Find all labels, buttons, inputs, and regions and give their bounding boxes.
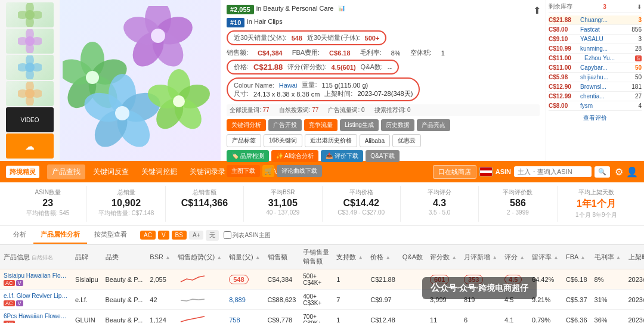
td-product-2[interactable]: e.l.f. Glow Reviver Lip Oil,... AC V [0, 290, 72, 310]
history-chart-btn[interactable]: 近出港历史价格 [305, 134, 357, 147]
trend-chart-2 [178, 293, 208, 305]
brand-analysis-btn[interactable]: 🏷️ 品牌检测 [227, 150, 269, 162]
thumbnail-1[interactable] [6, 2, 54, 27]
trend-chart-1 [178, 273, 208, 285]
competitor-row-9[interactable]: C$12.99 chentia... 27 [549, 92, 642, 101]
th-price[interactable]: 价格 ▲ [367, 245, 399, 269]
th-profit[interactable]: 毛利率 ▲ [591, 245, 625, 269]
product-tags-btn[interactable]: 产品标签 [227, 134, 261, 147]
td-product-3[interactable]: 6Pcs Hawaiian Flower Hair... AC [0, 310, 72, 324]
thumbnail-3[interactable] [6, 55, 54, 80]
youhui-btn[interactable]: 优惠云 [392, 134, 421, 147]
stat-bsr: 平均BSR 31,105 40 - 137,029 [244, 186, 322, 222]
th-brand[interactable]: 品牌 [72, 245, 102, 269]
th-product[interactable]: 产品信息 自然排名 [0, 245, 72, 269]
tab-product-attributes[interactable]: 产品属性分析 [33, 226, 87, 244]
history-data-btn[interactable]: 历史数据 [381, 119, 414, 131]
filter-ac[interactable]: AC [140, 231, 156, 240]
product-highlights-btn[interactable]: 产品亮点 [417, 119, 450, 131]
product-link-2[interactable]: e.l.f. Glow Reviver Lip Oil,... [4, 293, 68, 299]
thumbnail-video[interactable]: VIDEO [6, 107, 54, 132]
product-table: 产品信息 自然排名 品牌 品类 BSR ▲ 销售趋势(父) ▲ 销量(父) ▲ … [0, 245, 644, 323]
td-listing-date-3: 2023/12/24 [625, 310, 645, 324]
stat-avg-reviews: 平均评价数 586 2 - 3999 [479, 186, 557, 222]
listing-optimize-btn[interactable]: Listing生成 [340, 119, 379, 131]
td-product-1[interactable]: Sisiaipu Hawaiian Flower H... AC V [0, 269, 72, 290]
competitor-row-7[interactable]: C$5.98 shijiazhu... 50 [549, 73, 642, 82]
weight-label: 重量: [302, 80, 317, 89]
th-trend[interactable]: 销售趋势(父) ▲ [174, 245, 225, 269]
filter-none[interactable]: 无 [206, 230, 219, 241]
asin-search-btn[interactable]: 🔍 [595, 166, 610, 178]
thumbnail-5[interactable]: ☁ [6, 133, 54, 159]
competitor-row-3[interactable]: C$9.10 YASALU 3 [549, 35, 642, 44]
user-icon[interactable]: 👤 [626, 166, 638, 178]
168-keywords-btn[interactable]: 168关键词 [264, 134, 302, 147]
sidebar-count: 3 [603, 4, 606, 10]
th-qa[interactable]: Q&A数 [399, 245, 426, 269]
colour-highlight-box: Colour Name: Hawai 重量: 115 g(115.00 g) 尺… [227, 77, 420, 101]
review-download-btn[interactable]: 📥 评价下载 [321, 150, 363, 162]
product-tags-3: AC [4, 321, 68, 323]
th-variants[interactable]: 支持数 ▲ [333, 245, 367, 269]
ai-analysis-btn[interactable]: ✨ AI综合分析 [271, 150, 319, 162]
nav-item-keyword-analysis[interactable]: 关键词反查 [88, 164, 134, 179]
competitor-row-6[interactable]: C$11.00 Capybar... 50 [549, 63, 642, 73]
asin-checkbox-label[interactable]: 列表ASIN主图 [224, 231, 270, 240]
td-revenue-1: C$4,384 [264, 269, 300, 290]
competitor-row-10[interactable]: C$8.00 fysm 4 [549, 101, 642, 111]
more-reviews-btn[interactable]: 查看评价 [549, 113, 642, 122]
settings-icon[interactable]: ⚙ [615, 166, 623, 178]
td-revenue-2: C$88,623 [264, 290, 300, 310]
competitor-row-2[interactable]: C$8.00 Fastcat 856 [549, 25, 642, 35]
nav-item-keyword-mining[interactable]: 关键词挖掘 [137, 164, 182, 179]
thumbnail-2[interactable] [6, 29, 54, 54]
nav-item-product[interactable]: 产品查找 [47, 164, 85, 179]
tab-by-type[interactable]: 按类型查看 [87, 226, 134, 244]
competitor-row-1[interactable]: C$21.88 Chuangr... 3 [549, 15, 642, 25]
filter-aplus[interactable]: A+ [189, 231, 204, 240]
rating-value: 4.5(601) [332, 64, 356, 71]
th-category[interactable]: 品类 [102, 245, 147, 269]
th-revenue[interactable]: 销售额 [264, 245, 300, 269]
qa-download-btn[interactable]: Q&A下载 [366, 150, 400, 162]
flow-ad-label: 广告流量词: 0 [328, 106, 364, 114]
tab-analysis[interactable]: 分析 [6, 226, 33, 244]
th-rating[interactable]: 评分 ▲ [501, 245, 528, 269]
th-bsr[interactable]: BSR ▲ [146, 245, 174, 269]
td-brand-2: e.l.f. [72, 290, 102, 310]
nav-item-keyword-record[interactable]: 关键词录录 [185, 164, 230, 179]
main-product-image [60, 0, 221, 161]
th-child-sales[interactable]: 子销售量销售额 [299, 245, 333, 269]
td-listing-date-2: 2023/12/17 [625, 290, 645, 310]
th-reviews[interactable]: 评分数 ▲ [426, 245, 460, 269]
alibaba-btn[interactable]: Alibaba [360, 134, 390, 147]
sidebar-icon: ⬇ [637, 4, 642, 10]
competitor-row-8[interactable]: C$12.90 Brownsl... 181 [549, 82, 642, 92]
cart-icon[interactable]: 🛒 [262, 165, 274, 177]
product-link-1[interactable]: Sisiaipu Hawaiian Flower H... [4, 272, 68, 279]
competitor-flow-btn[interactable]: 竞争流量 [304, 119, 338, 131]
th-review-rate[interactable]: 留评率 ▲ [528, 245, 562, 269]
wechat-watermark: 公众号·众号·跨境电商超仔 [422, 277, 537, 299]
keyword-analysis-btn[interactable]: 关键词分析 [227, 119, 266, 131]
th-sales[interactable]: 销量(父) ▲ [225, 245, 264, 269]
flow-natural-label: 自然搜索词: 77 [279, 106, 319, 114]
thumbnail-4[interactable] [6, 81, 54, 106]
filter-v[interactable]: V [158, 231, 169, 240]
ad-analysis-btn[interactable]: 广告开投 [268, 119, 302, 131]
comment-chart-download-btn[interactable]: 评论曲线下载 [277, 165, 322, 177]
filter-bs[interactable]: BS [172, 231, 187, 240]
th-fba[interactable]: FBA ▲ [562, 245, 590, 269]
product-tags-2: AC V [4, 300, 68, 306]
tag-ac-1: AC [4, 280, 15, 286]
th-listing-date[interactable]: 上架时间 ▲ [625, 245, 645, 269]
main-download-btn[interactable]: 主图下载 [227, 165, 260, 177]
upload-icon[interactable]: ⬆ [533, 5, 541, 16]
competitor-row-4[interactable]: C$10.99 kunming... 28 [549, 44, 642, 54]
td-price-3: C$12.48 [367, 310, 399, 324]
asin-main-image-checkbox[interactable] [224, 231, 231, 239]
th-monthly-new[interactable]: 月评新增 ▲ [460, 245, 501, 269]
competitor-row-5[interactable]: C$11.00 Ezhou Yu... 5 [549, 54, 642, 63]
product-link-3[interactable]: 6Pcs Hawaiian Flower Hair... [4, 313, 68, 319]
